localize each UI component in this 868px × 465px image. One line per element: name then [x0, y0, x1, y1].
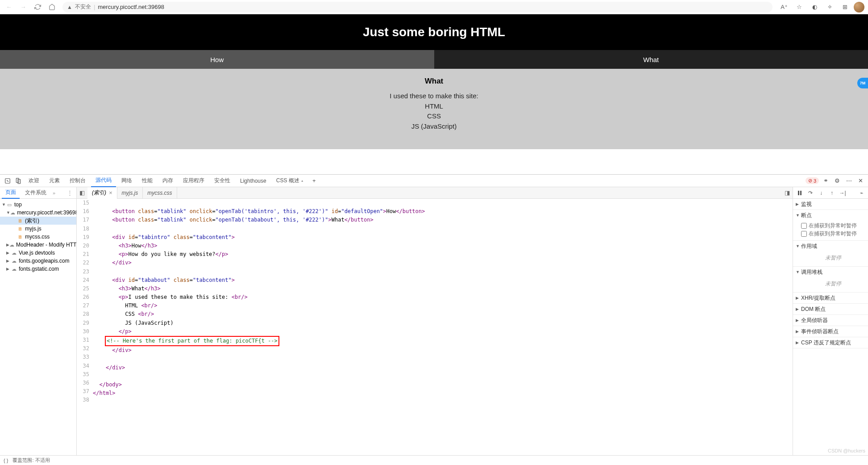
sidebar-tab-filesystem[interactable]: 文件系统: [21, 187, 50, 199]
tree-myjs[interactable]: 🗎myjs.js: [0, 225, 76, 233]
content-line-js: JS (JavaScript): [411, 122, 457, 130]
pause-button[interactable]: [796, 189, 804, 197]
devtools-panel: 欢迎 元素 控制台 源代码 网络 性能 内存 应用程序 安全性 Lighthou…: [0, 174, 868, 465]
status-brackets[interactable]: { }: [4, 458, 8, 463]
devtools-tabs: 欢迎 元素 控制台 源代码 网络 性能 内存 应用程序 安全性 Lighthou…: [0, 175, 868, 187]
tab-application[interactable]: 应用程序: [179, 175, 209, 187]
editor-tab-mycss[interactable]: mycss.css: [143, 187, 177, 199]
event-section[interactable]: ▶事件侦听器断点: [793, 326, 868, 337]
tab-sources[interactable]: 源代码: [91, 175, 116, 187]
status-coverage: 覆盖范围: 不适用: [12, 457, 50, 464]
extensions-icon[interactable]: ⊞: [839, 1, 851, 13]
page-viewport: Just some boring HTML How What What I us…: [0, 14, 868, 174]
svg-rect-4: [800, 191, 802, 195]
file-tree: ▼▭top ▼☁mercury.picoctf.net:39698 🗎(索引) …: [0, 199, 76, 455]
refresh-button[interactable]: [32, 2, 43, 13]
page-tab-bar: How What: [0, 50, 868, 69]
inspect-icon[interactable]: [3, 176, 12, 186]
step-out-button[interactable]: ↑: [828, 189, 836, 197]
callstack-section[interactable]: ▼调用堆栈: [793, 267, 868, 277]
error-count-badge[interactable]: 3: [806, 177, 819, 184]
breakpoints-section[interactable]: ▼断点: [793, 210, 868, 221]
page-header: Just some boring HTML: [0, 14, 868, 50]
dom-section[interactable]: ▶DOM 断点: [793, 304, 868, 314]
step-over-button[interactable]: ↷: [806, 189, 814, 197]
tab-security[interactable]: 安全性: [210, 175, 235, 187]
sidebar-menu-icon[interactable]: ⋮: [65, 189, 75, 196]
browser-actions: A⁺ ☆ ◐ ✧ ⊞: [778, 1, 864, 13]
sidebar-tab-page[interactable]: 页面: [2, 187, 20, 199]
device-toggle-icon[interactable]: [13, 176, 23, 186]
debugger-controls: ↷ ↓ ↑ →| ⌁: [793, 187, 868, 199]
global-section[interactable]: ▶全局侦听器: [793, 315, 868, 326]
tree-mycss[interactable]: 🗎mycss.css: [0, 233, 76, 241]
page-content: What I used these to make this site: HTM…: [0, 69, 868, 149]
tab-console[interactable]: 控制台: [65, 175, 90, 187]
read-aloud-icon[interactable]: A⁺: [778, 1, 790, 13]
watermark: CSDN @huckers: [828, 448, 865, 453]
tree-index[interactable]: 🗎(索引): [0, 217, 76, 225]
editor-tab-myjs[interactable]: myjs.js: [117, 187, 143, 199]
profile-avatar[interactable]: [854, 2, 864, 13]
sync-icon[interactable]: ◐: [808, 1, 821, 13]
xhr-section[interactable]: ▶XHR/提取断点: [793, 293, 868, 303]
tree-googlefonts[interactable]: ▶☁fonts.googleapis.com: [0, 257, 76, 265]
content-line-html: HTML: [425, 102, 443, 110]
tab-memory[interactable]: 内存: [158, 175, 178, 187]
add-tab-icon[interactable]: +: [309, 176, 319, 186]
sources-sidebar: 页面 文件系统 » ⋮ ▼▭top ▼☁mercury.picoctf.net:…: [0, 187, 77, 455]
devtools-body: 页面 文件系统 » ⋮ ▼▭top ▼☁mercury.picoctf.net:…: [0, 187, 868, 455]
watch-section[interactable]: ▶监视: [793, 199, 868, 209]
content-heading: What: [0, 77, 868, 86]
toggle-navigator-icon[interactable]: ◧: [77, 189, 87, 196]
favorite-icon[interactable]: ☆: [793, 1, 806, 13]
security-label: 不安全: [75, 3, 91, 11]
editor-tab-index[interactable]: (索引)×: [87, 187, 117, 199]
close-tab-icon[interactable]: ×: [109, 189, 112, 196]
floating-badge[interactable]: 7M: [857, 78, 868, 88]
deactivate-breakpoints-button[interactable]: ⌁: [857, 189, 865, 197]
step-into-button[interactable]: ↓: [817, 189, 825, 197]
tree-gstatic[interactable]: ▶☁fonts.gstatic.com: [0, 265, 76, 273]
code-lines[interactable]: <button class="tablink" onclick="openTab…: [93, 199, 793, 455]
scope-section[interactable]: ▼作用域: [793, 241, 868, 251]
tab-network[interactable]: 网络: [117, 175, 137, 187]
tab-how[interactable]: How: [0, 50, 434, 69]
tab-performance[interactable]: 性能: [137, 175, 157, 187]
collections-icon[interactable]: ✧: [823, 1, 836, 13]
browser-toolbar: ← → ▲ 不安全 | A⁺ ☆ ◐ ✧ ⊞: [0, 0, 868, 14]
address-bar[interactable]: ▲ 不安全 |: [62, 2, 772, 13]
step-button[interactable]: →|: [839, 189, 847, 197]
editor-tab-bar: ◧ (索引)× myjs.js mycss.css ◨: [77, 187, 793, 199]
content-intro: I used these to make this site:: [390, 92, 478, 100]
line-gutter: 1516171819202122232425262728293031323334…: [77, 199, 93, 455]
tree-vuedev[interactable]: ▶☁Vue.js devtools: [0, 249, 76, 257]
tree-domain[interactable]: ▼☁mercury.picoctf.net:39698: [0, 209, 76, 217]
home-button[interactable]: [46, 2, 57, 13]
debugger-panel: ↷ ↓ ↑ →| ⌁ ▶监视 ▼断点 在捕获到异常时暂停 在捕获到异常时暂停 ▼…: [793, 187, 868, 455]
tree-modheader[interactable]: ▶☁ModHeader - Modify HTTP hea: [0, 241, 76, 249]
sidebar-overflow-icon[interactable]: »: [53, 190, 55, 196]
security-warning-icon: ▲: [67, 4, 72, 10]
csp-section[interactable]: ▶CSP 违反了规定断点: [793, 337, 868, 348]
code-area[interactable]: 1516171819202122232425262728293031323334…: [77, 199, 793, 455]
forward-button[interactable]: →: [18, 2, 29, 13]
breakpoint-checkbox-1[interactable]: 在捕获到异常时暂停: [801, 222, 865, 230]
url-input[interactable]: [98, 4, 768, 10]
sidebar-tabs: 页面 文件系统 » ⋮: [0, 187, 76, 199]
tab-lighthouse[interactable]: Lighthouse: [236, 175, 271, 187]
status-bar: { } 覆盖范围: 不适用: [0, 455, 868, 465]
close-devtools-icon[interactable]: ✕: [856, 176, 865, 186]
back-button[interactable]: ←: [4, 2, 14, 13]
page-title: Just some boring HTML: [0, 25, 868, 39]
tree-top[interactable]: ▼▭top: [0, 201, 76, 209]
toggle-debugger-icon[interactable]: ◨: [785, 189, 793, 196]
settings-icon[interactable]: ⚙: [832, 176, 842, 186]
tab-what[interactable]: What: [434, 50, 868, 69]
tab-css-overview[interactable]: CSS 概述: [272, 175, 308, 187]
breakpoint-checkbox-2[interactable]: 在捕获到异常时暂停: [801, 230, 865, 238]
tab-elements[interactable]: 元素: [45, 175, 64, 187]
tab-welcome[interactable]: 欢迎: [24, 175, 44, 187]
link-icon[interactable]: ⚭: [821, 176, 831, 186]
more-icon[interactable]: ⋯: [844, 176, 854, 186]
